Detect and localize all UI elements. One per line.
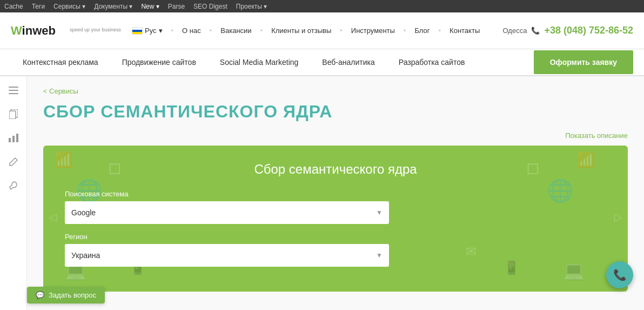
phone-number[interactable]: +38 (048) 752-86-52 bbox=[544, 25, 633, 36]
main-content: < Сервисы СБОР СЕМАНТИЧЕСКОГО ЯДРА Показ… bbox=[27, 76, 644, 310]
nav-sep-1: • bbox=[171, 27, 174, 35]
nav-smm[interactable]: Social Media Marketing bbox=[208, 49, 311, 76]
browser-menu-docs[interactable]: Документы ▾ bbox=[94, 3, 132, 10]
nav-jobs[interactable]: Вакансии bbox=[220, 27, 251, 35]
lang-dropdown-icon: ▾ bbox=[159, 27, 163, 35]
svg-rect-1 bbox=[9, 90, 18, 91]
main-nav: Контекстная реклама Продвижение сайтов S… bbox=[0, 49, 644, 76]
float-phone-button[interactable]: 📞 bbox=[606, 261, 633, 288]
ask-question-button[interactable]: 💬 Задать вопрос bbox=[27, 287, 105, 304]
logo-area[interactable]: Winweb speed up your business bbox=[11, 24, 121, 38]
search-system-field: Поисковая система Google Яндекс Bing ▼ bbox=[65, 190, 606, 224]
sidebar-chart-icon[interactable] bbox=[6, 130, 21, 146]
region-select-wrapper: Украина Россия Беларусь ▼ bbox=[65, 244, 389, 267]
browser-menu-cache[interactable]: Cache bbox=[4, 3, 23, 10]
show-description-area: Показать описание bbox=[43, 130, 628, 140]
site-header: Winweb speed up your business Рус ▾ • О … bbox=[0, 12, 644, 49]
nav-tools[interactable]: Инструменты bbox=[351, 27, 395, 35]
breadcrumb-link[interactable]: Сервисы bbox=[49, 87, 78, 95]
svg-rect-6 bbox=[12, 136, 15, 142]
svg-rect-0 bbox=[9, 87, 18, 88]
nav-about[interactable]: О нас bbox=[182, 27, 201, 35]
search-system-select-wrapper: Google Яндекс Bing ▼ bbox=[65, 201, 389, 224]
browser-menu-tags[interactable]: Теги bbox=[32, 3, 45, 10]
nav-promotion[interactable]: Продвижение сайтов bbox=[110, 49, 208, 76]
phone-icon: 📞 bbox=[531, 27, 540, 35]
deco-arrow-r: ▷ bbox=[614, 210, 622, 223]
header-nav: Рус ▾ • О нас • Вакансии • Клиенты и отз… bbox=[132, 27, 492, 35]
lang-selector[interactable]: Рус ▾ bbox=[132, 27, 163, 35]
logo: Winweb bbox=[11, 24, 56, 38]
nav-sep-6: • bbox=[439, 27, 441, 35]
breadcrumb-arrow: < bbox=[43, 88, 47, 95]
search-system-select[interactable]: Google Яндекс Bing bbox=[65, 201, 389, 224]
sidebar-menu-icon[interactable] bbox=[6, 83, 21, 98]
nav-blog[interactable]: Блог bbox=[414, 27, 430, 35]
breadcrumb: < Сервисы bbox=[43, 87, 628, 95]
nav-sep-3: • bbox=[260, 27, 263, 35]
browser-menu-seo[interactable]: SEO Digest bbox=[193, 3, 227, 10]
svg-rect-7 bbox=[16, 134, 18, 142]
logo-tagline: speed up your business bbox=[70, 27, 121, 32]
svg-rect-5 bbox=[9, 138, 11, 142]
deco-arrow-l: ◁ bbox=[49, 210, 57, 223]
region-field: Регион Украина Россия Беларусь ▼ bbox=[65, 233, 606, 267]
logo-w: W bbox=[11, 24, 22, 37]
sidebar bbox=[0, 76, 27, 310]
svg-rect-4 bbox=[9, 111, 16, 119]
region-label: Регион bbox=[65, 233, 606, 241]
browser-menu-services[interactable]: Сервисы ▾ bbox=[53, 3, 85, 10]
sidebar-copy-icon[interactable] bbox=[6, 107, 21, 122]
header-contact: Одесса 📞 +38 (048) 752-86-52 bbox=[503, 25, 634, 36]
cta-button[interactable]: Оформить заявку bbox=[534, 50, 633, 74]
nav-sep-2: • bbox=[210, 27, 212, 35]
nav-webdev[interactable]: Разработка сайтов bbox=[387, 49, 477, 76]
browser-menu-projects[interactable]: Проекты ▾ bbox=[236, 3, 267, 10]
float-phone-icon: 📞 bbox=[613, 268, 627, 281]
sidebar-edit-icon[interactable] bbox=[6, 154, 21, 169]
lang-label: Рус bbox=[145, 27, 157, 35]
form-card: 📶 📶 ◇ ◇ 🌐 🌐 💻 💻 📱 📱 ✉ ✉ ◁ ▷ С bbox=[43, 146, 628, 292]
nav-sep-4: • bbox=[340, 27, 343, 35]
show-description-link[interactable]: Показать описание bbox=[565, 131, 628, 140]
nav-contextual[interactable]: Контекстная реклама bbox=[11, 49, 110, 76]
city-label: Одесса bbox=[503, 27, 527, 35]
page-title: СБОР СЕМАНТИЧЕСКОГО ЯДРА bbox=[43, 102, 628, 122]
sidebar-tool-icon[interactable] bbox=[6, 178, 21, 193]
form-card-title: Сбор семантического ядра bbox=[65, 162, 606, 177]
content-wrapper: < Сервисы СБОР СЕМАНТИЧЕСКОГО ЯДРА Показ… bbox=[0, 76, 644, 310]
nav-contacts[interactable]: Контакты bbox=[450, 27, 480, 35]
nav-analytics[interactable]: Веб-аналитика bbox=[310, 49, 386, 76]
region-select[interactable]: Украина Россия Беларусь bbox=[65, 244, 389, 267]
browser-menu-parse[interactable]: Parse bbox=[168, 3, 185, 10]
svg-rect-2 bbox=[9, 93, 18, 94]
browser-bar: Cache Теги Сервисы ▾ Документы ▾ New ▾ P… bbox=[0, 0, 644, 12]
flag-icon bbox=[132, 27, 143, 35]
ask-question-label: Задать вопрос bbox=[49, 291, 96, 299]
nav-clients[interactable]: Клиенты и отзывы bbox=[271, 27, 331, 35]
search-system-label: Поисковая система bbox=[65, 190, 606, 198]
chat-icon: 💬 bbox=[36, 291, 44, 299]
nav-sep-5: • bbox=[404, 27, 406, 35]
browser-menu-new[interactable]: New ▾ bbox=[141, 3, 159, 10]
